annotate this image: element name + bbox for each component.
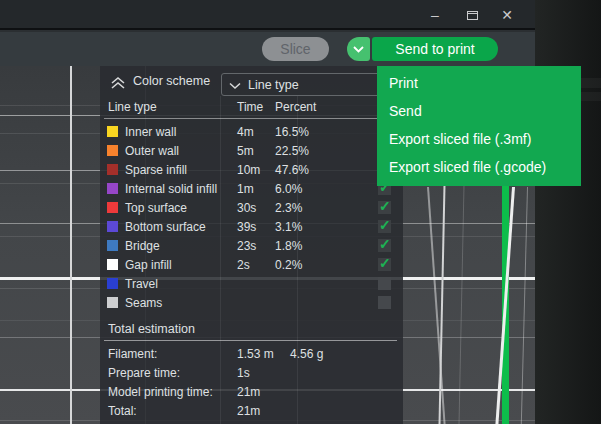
line-type-row: Inner wall 4m 16.5% <box>100 122 403 141</box>
panel-title: Color scheme <box>133 74 210 88</box>
color-swatch <box>107 297 118 308</box>
color-scheme-panel: Color scheme Line type Line type Time Pe… <box>100 66 403 424</box>
minimize-button[interactable]: – <box>418 0 452 30</box>
app-window: – ✕ Slice Send to print <box>0 0 535 424</box>
line-type-row: Sparse infill 10m 47.6% <box>100 160 403 179</box>
line-type-row: Seams <box>100 293 403 312</box>
row-checkbox[interactable] <box>378 296 391 309</box>
menu-item-export-gcode[interactable]: Export sliced file (.gcode) <box>377 153 581 181</box>
chevron-down-icon <box>229 82 241 90</box>
line-type-row: Travel <box>100 274 403 293</box>
menu-item-print[interactable]: Print <box>377 69 581 97</box>
row-checkbox[interactable] <box>378 277 391 290</box>
slice-button[interactable]: Slice <box>262 37 329 61</box>
color-swatch <box>107 240 118 251</box>
line-type-row: Internal solid infill 1m 6.0% <box>100 179 403 198</box>
table-header: Line type Time Percent <box>100 100 403 116</box>
maximize-button[interactable] <box>455 0 489 30</box>
line-type-row: Bottom surface 39s 3.1% <box>100 217 403 236</box>
color-swatch <box>107 183 118 194</box>
menu-item-export-3mf[interactable]: Export sliced file (.3mf) <box>377 125 581 153</box>
collapse-double-chevron-up-icon[interactable] <box>110 76 126 90</box>
panel-header: Color scheme Line type <box>100 70 403 96</box>
color-swatch <box>107 202 118 213</box>
row-checkbox[interactable] <box>378 239 391 252</box>
line-type-row: Top surface 30s 2.3% <box>100 198 403 217</box>
close-button[interactable]: ✕ <box>490 0 524 30</box>
row-checkbox[interactable] <box>378 258 391 271</box>
divider <box>104 340 397 341</box>
view-mode-value: Line type <box>248 78 299 92</box>
totals-title: Total estimation <box>108 322 195 336</box>
send-dropdown-button[interactable] <box>347 37 370 61</box>
totals-row: Model printing time: 21m <box>100 382 403 401</box>
line-type-row: Outer wall 5m 22.5% <box>100 141 403 160</box>
color-swatch <box>107 164 118 175</box>
color-swatch <box>107 278 118 289</box>
app-screen: – ✕ Slice Send to print <box>0 0 601 424</box>
totals-row: Filament: 1.53 m 4.56 g <box>100 344 403 363</box>
titlebar[interactable]: – ✕ <box>0 0 535 30</box>
maximize-icon <box>466 9 479 21</box>
totals-row: Total: 21m <box>100 401 403 420</box>
line-type-table: Inner wall 4m 16.5% Outer wall 5m 22.5% <box>100 122 403 312</box>
color-swatch <box>107 126 118 137</box>
desktop-background <box>535 0 601 424</box>
send-to-print-menu: Print Send Export sliced file (.3mf) Exp… <box>377 66 581 186</box>
line-type-row: Gap infill 2s 0.2% <box>100 255 403 274</box>
totals-row: Prepare time: 1s <box>100 363 403 382</box>
color-swatch <box>107 145 118 156</box>
divider <box>104 118 397 119</box>
line-type-row: Bridge 23s 1.8% <box>100 236 403 255</box>
grid-line <box>70 66 72 424</box>
color-swatch <box>107 259 118 270</box>
chevron-down-icon <box>353 46 364 53</box>
menu-item-send[interactable]: Send <box>377 97 581 125</box>
send-to-print-button[interactable]: Send to print <box>372 37 498 61</box>
row-checkbox[interactable] <box>378 220 391 233</box>
view-mode-dropdown[interactable]: Line type <box>221 73 381 96</box>
toolbar: Slice Send to print <box>0 32 535 66</box>
totals-table: Filament: 1.53 m 4.56 g Prepare time: 1s… <box>100 344 403 420</box>
row-checkbox[interactable] <box>378 201 391 214</box>
color-swatch <box>107 221 118 232</box>
